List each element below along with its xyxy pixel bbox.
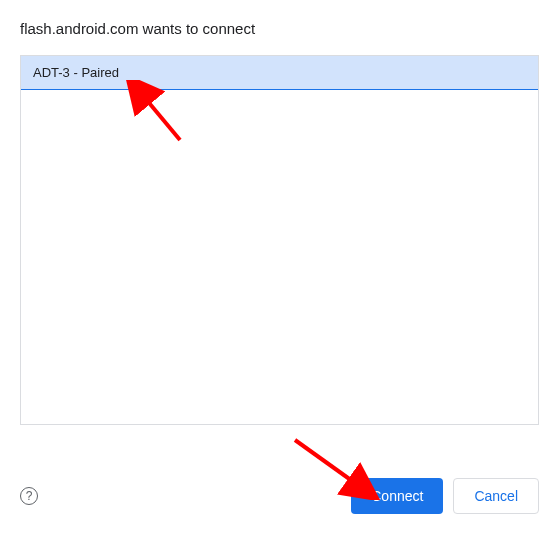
svg-line-3 xyxy=(295,440,355,483)
device-item-adt3[interactable]: ADT-3 - Paired xyxy=(20,55,539,90)
dialog-title: flash.android.com wants to connect xyxy=(20,20,539,37)
device-list[interactable]: ADT-3 - Paired xyxy=(20,55,539,425)
dialog-footer: ? Connect Cancel xyxy=(20,478,539,514)
help-glyph: ? xyxy=(26,489,33,503)
device-item-label: ADT-3 - Paired xyxy=(33,65,119,80)
cancel-button[interactable]: Cancel xyxy=(453,478,539,514)
connect-button[interactable]: Connect xyxy=(351,478,443,514)
button-group: Connect Cancel xyxy=(351,478,539,514)
help-icon[interactable]: ? xyxy=(20,487,38,505)
